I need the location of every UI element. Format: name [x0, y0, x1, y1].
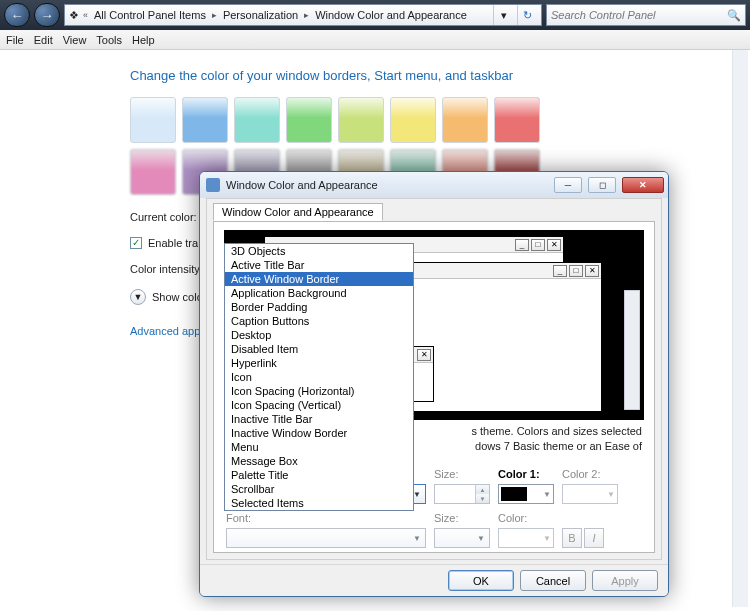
dropdown-item[interactable]: Message Box: [225, 454, 413, 468]
size-label: Size:: [434, 468, 490, 480]
dropdown-item[interactable]: Application Background: [225, 286, 413, 300]
maximize-button[interactable]: ◻: [588, 177, 616, 193]
dropdown-item[interactable]: Selected Items: [225, 496, 413, 510]
font-size-combobox[interactable]: ▼: [434, 528, 490, 548]
dropdown-item[interactable]: Caption Buttons: [225, 314, 413, 328]
swatch-green[interactable]: [286, 97, 332, 143]
dialog-footer: OK Cancel Apply: [200, 564, 668, 596]
dropdown-item[interactable]: Icon: [225, 370, 413, 384]
swatch-pink[interactable]: [130, 149, 176, 195]
dropdown-item[interactable]: Disabled Item: [225, 342, 413, 356]
menu-help[interactable]: Help: [132, 34, 155, 46]
forward-button[interactable]: →: [34, 3, 60, 27]
chevron-down-icon: ▼: [413, 490, 421, 499]
show-mixer-toggle[interactable]: ▼: [130, 289, 146, 305]
ok-button[interactable]: OK: [448, 570, 514, 591]
page-heading: Change the color of your window borders,…: [130, 68, 710, 83]
menu-edit[interactable]: Edit: [34, 34, 53, 46]
breadcrumb-item[interactable]: Personalization: [221, 9, 300, 21]
search-placeholder: Search Control Panel: [551, 9, 656, 21]
dropdown-item[interactable]: Hyperlink: [225, 356, 413, 370]
italic-button[interactable]: I: [584, 528, 604, 548]
current-color-label: Current color:: [130, 211, 197, 223]
dropdown-item[interactable]: Desktop: [225, 328, 413, 342]
explorer-navbar: ← → ❖ « All Control Panel Items ▸ Person…: [0, 0, 750, 30]
dropdown-item[interactable]: Border Padding: [225, 300, 413, 314]
breadcrumb-item[interactable]: Window Color and Appearance: [313, 9, 469, 21]
dropdown-item[interactable]: Scrollbar: [225, 482, 413, 496]
dialog-titlebar[interactable]: Window Color and Appearance ─ ◻ ✕: [200, 172, 668, 198]
address-dropdown[interactable]: ▾: [493, 5, 513, 25]
chevron-icon: «: [83, 10, 88, 20]
swatch-red[interactable]: [494, 97, 540, 143]
dropdown-item[interactable]: Active Window Border: [225, 272, 413, 286]
dropdown-item[interactable]: 3D Objects: [225, 244, 413, 258]
tab-appearance[interactable]: Window Color and Appearance: [213, 203, 383, 221]
transparency-checkbox[interactable]: ✓: [130, 237, 142, 249]
color2-label: Color 2:: [562, 468, 618, 480]
font-color-picker[interactable]: ▼: [498, 528, 554, 548]
appearance-dialog: Window Color and Appearance ─ ◻ ✕ Window…: [199, 171, 669, 597]
color-swatches-row1: [130, 97, 650, 143]
dropdown-item[interactable]: Icon Spacing (Vertical): [225, 398, 413, 412]
dropdown-item[interactable]: ToolTip: [225, 510, 413, 511]
page-scrollbar[interactable]: [732, 50, 748, 607]
item-dropdown-list[interactable]: 3D ObjectsActive Title BarActive Window …: [224, 243, 414, 511]
dropdown-item[interactable]: Inactive Title Bar: [225, 412, 413, 426]
swatch-teal[interactable]: [234, 97, 280, 143]
color1-picker[interactable]: ▼: [498, 484, 554, 504]
color1-chip: [501, 487, 527, 501]
dropdown-item[interactable]: Menu: [225, 440, 413, 454]
menu-view[interactable]: View: [63, 34, 87, 46]
address-bar[interactable]: ❖ « All Control Panel Items ▸ Personaliz…: [64, 4, 542, 26]
menu-tools[interactable]: Tools: [96, 34, 122, 46]
swatch-orange[interactable]: [442, 97, 488, 143]
swatch-yellow[interactable]: [390, 97, 436, 143]
search-icon: 🔍: [727, 9, 741, 22]
bold-button[interactable]: B: [562, 528, 582, 548]
dropdown-item[interactable]: Active Title Bar: [225, 258, 413, 272]
refresh-button[interactable]: ↻: [517, 5, 537, 25]
swatch-lime[interactable]: [338, 97, 384, 143]
size-spinner[interactable]: ▲▼: [434, 484, 490, 504]
menu-bar: File Edit View Tools Help: [0, 30, 750, 50]
dialog-body: Window Color and Appearance _□✕ _□✕ ✕ s …: [206, 198, 662, 560]
dropdown-item[interactable]: Icon Spacing (Horizontal): [225, 384, 413, 398]
dialog-icon: [206, 178, 220, 192]
preview-scrollbar: [624, 290, 640, 410]
breadcrumb-item[interactable]: All Control Panel Items: [92, 9, 208, 21]
font-label: Font:: [226, 512, 426, 524]
minimize-button[interactable]: ─: [554, 177, 582, 193]
back-button[interactable]: ←: [4, 3, 30, 27]
cancel-button[interactable]: Cancel: [520, 570, 586, 591]
font-color-label: Color:: [498, 512, 554, 524]
intensity-label: Color intensity:: [130, 263, 203, 275]
chevron-right-icon: ▸: [212, 10, 217, 20]
swatch-blue[interactable]: [182, 97, 228, 143]
font-combobox[interactable]: ▼: [226, 528, 426, 548]
dropdown-item[interactable]: Palette Title: [225, 468, 413, 482]
menu-file[interactable]: File: [6, 34, 24, 46]
color1-label: Color 1:: [498, 468, 554, 480]
control-panel-icon: ❖: [69, 9, 79, 22]
dialog-title: Window Color and Appearance: [226, 179, 378, 191]
swatch-sky[interactable]: [130, 97, 176, 143]
color2-picker[interactable]: ▼: [562, 484, 618, 504]
chevron-right-icon: ▸: [304, 10, 309, 20]
dropdown-item[interactable]: Inactive Window Border: [225, 426, 413, 440]
search-box[interactable]: Search Control Panel 🔍: [546, 4, 746, 26]
apply-button[interactable]: Apply: [592, 570, 658, 591]
font-size-label: Size:: [434, 512, 490, 524]
close-button[interactable]: ✕: [622, 177, 664, 193]
